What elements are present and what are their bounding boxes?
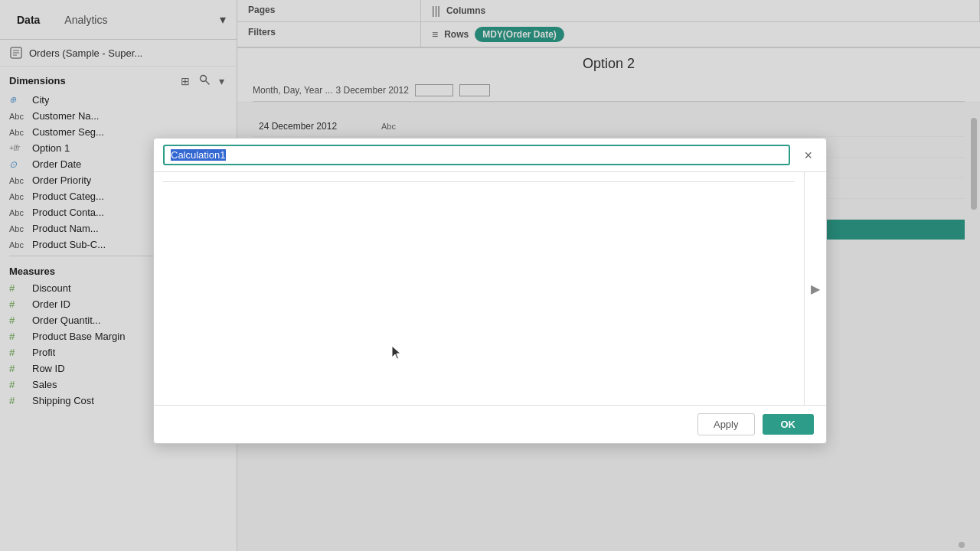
modal-overlay: × ▶ Apply OK [0, 0, 980, 551]
modal-side-arrow[interactable]: ▶ [805, 172, 826, 405]
modal-header: × [154, 139, 826, 172]
calculation-name-input[interactable] [163, 145, 790, 165]
modal-footer: Apply OK [154, 405, 826, 443]
modal-apply-btn[interactable]: Apply [697, 413, 755, 435]
modal-body: ▶ [154, 172, 826, 405]
modal-close-btn[interactable]: × [799, 147, 817, 164]
app-container: Data Analytics ▾ Orders (Sample - Super.… [0, 0, 980, 551]
calculation-modal: × ▶ Apply OK [153, 138, 827, 444]
modal-ok-btn[interactable]: OK [763, 414, 815, 435]
modal-editor-area[interactable] [154, 172, 805, 405]
modal-editor-divider [163, 181, 795, 182]
